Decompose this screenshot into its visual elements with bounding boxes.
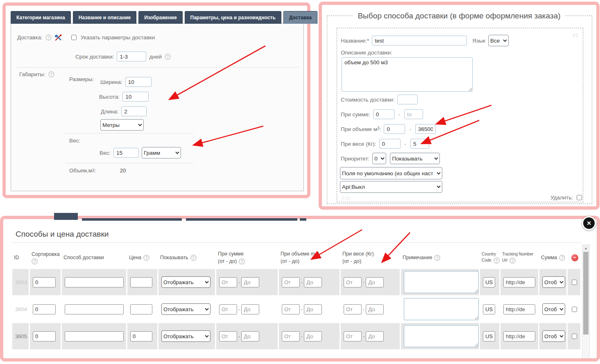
volume-from-input[interactable] — [282, 277, 300, 287]
visibility-select[interactable]: Показывать — [390, 153, 440, 164]
height-input[interactable] — [122, 92, 149, 102]
row-id: 3604 — [15, 306, 27, 312]
scrollbar-thumb[interactable] — [583, 252, 589, 335]
sum-select[interactable]: Отоб — [542, 330, 565, 342]
tab-shop-categories[interactable]: Категории магазина — [11, 11, 71, 24]
show-select[interactable]: Отображать — [161, 276, 211, 288]
weight-from-input[interactable] — [379, 139, 401, 149]
country-input[interactable] — [483, 277, 495, 287]
tab-image[interactable]: Изображение — [138, 11, 182, 24]
weight-input[interactable] — [113, 148, 139, 158]
note-textarea[interactable] — [404, 271, 479, 293]
sum-from-input[interactable] — [373, 109, 394, 119]
country-input[interactable] — [483, 331, 495, 341]
name-input[interactable] — [372, 36, 467, 45]
volume-to-input[interactable] — [415, 124, 436, 134]
specify-delivery-checkbox[interactable] — [71, 35, 77, 40]
sum-to-input[interactable] — [404, 109, 423, 119]
priority-select[interactable]: 0 — [372, 153, 386, 164]
tab-delivery[interactable]: Доставка — [283, 11, 317, 24]
help-icon[interactable]: ? — [45, 34, 52, 41]
sort-input[interactable] — [33, 304, 56, 314]
delete-checkbox[interactable] — [577, 195, 582, 200]
length-input[interactable] — [121, 106, 147, 116]
weight-to-input[interactable] — [366, 304, 384, 314]
help-icon[interactable]: ? — [190, 255, 197, 261]
specify-delivery-label: Указать параметры доставки — [81, 34, 155, 41]
priority-row: Приоритет: 0 Показывать — [341, 153, 440, 164]
weight-unit-select[interactable]: Грамм — [142, 147, 181, 158]
help-icon[interactable]: ? — [559, 255, 565, 261]
weight-from-input[interactable] — [344, 331, 362, 341]
volume-to-input[interactable] — [304, 304, 322, 314]
price-input[interactable] — [130, 277, 152, 287]
sum-to-input[interactable] — [241, 277, 259, 287]
volume-from-input[interactable] — [282, 331, 300, 341]
tracking-url-input[interactable] — [503, 277, 535, 287]
row-checkbox[interactable] — [572, 307, 577, 312]
show-select[interactable]: Отображать — [161, 303, 211, 315]
sum-from-input[interactable] — [219, 277, 237, 287]
method-input[interactable] — [65, 277, 124, 287]
show-select[interactable]: Отображать — [161, 330, 211, 342]
price-input[interactable] — [130, 331, 152, 341]
unit-select[interactable]: Метры — [100, 119, 144, 131]
length-label: Длина: — [101, 109, 118, 115]
note-textarea[interactable] — [404, 298, 479, 320]
remove-rows-icon[interactable]: − — [571, 254, 578, 261]
weight-from-input[interactable] — [344, 304, 362, 314]
sum-to-input[interactable] — [241, 331, 259, 341]
sort-input[interactable] — [33, 277, 56, 287]
delivery-label: Доставка: — [17, 34, 43, 41]
volume-to-input[interactable] — [304, 331, 322, 341]
help-icon[interactable]: ? — [494, 258, 500, 264]
table-row: 3604 Отображать - - - Отоб — [12, 296, 580, 322]
weight-to-input[interactable] — [366, 331, 384, 341]
sum-from-input[interactable] — [219, 304, 237, 314]
help-icon[interactable]: ? — [239, 258, 245, 265]
row-checkbox[interactable] — [572, 280, 577, 285]
sum-to-input[interactable] — [241, 304, 259, 314]
help-icon[interactable]: ? — [32, 258, 38, 265]
weight-from-input[interactable] — [344, 277, 362, 287]
volume-from-input[interactable] — [282, 304, 300, 314]
close-icon[interactable]: ✕ — [582, 216, 596, 230]
method-input[interactable] — [65, 304, 124, 314]
row-checkbox[interactable] — [572, 334, 577, 339]
sum-select[interactable]: Отоб — [542, 303, 565, 315]
help-icon[interactable]: ? — [48, 71, 54, 77]
tab-params-price[interactable]: Параметры, цена и разновидность — [185, 11, 281, 24]
api-select[interactable]: Api:Выкл — [340, 181, 442, 193]
tracking-url-input[interactable] — [503, 304, 535, 314]
delivery-methods-panel: Способы и цена доставки ID Сортировка ? … — [0, 216, 600, 362]
table-scrollbar[interactable]: ▲ — [582, 244, 590, 358]
sum-from-input[interactable] — [219, 331, 237, 341]
dimensions-label: Габариты: — [19, 71, 45, 77]
help-icon[interactable]: ? — [143, 255, 149, 261]
weight-to-input[interactable] — [366, 277, 384, 287]
help-icon[interactable]: ? — [509, 258, 516, 264]
tracking-url-input[interactable] — [503, 331, 535, 341]
description-textarea[interactable]: объем до 500 м3 — [342, 57, 473, 92]
weight-to-input[interactable] — [410, 139, 429, 149]
help-icon[interactable]: ? — [165, 54, 171, 60]
volume-from-input[interactable] — [384, 124, 405, 134]
col-sum-range: При сумме (от - до)? — [216, 246, 278, 269]
help-icon[interactable]: ? — [434, 255, 440, 261]
volume-to-input[interactable] — [304, 277, 322, 287]
scrollbar-up-icon[interactable]: ▲ — [582, 245, 589, 251]
range-dash: - — [403, 141, 408, 147]
tab-name-description[interactable]: Название и описание — [73, 11, 136, 24]
note-textarea[interactable] — [404, 325, 479, 347]
tools-icon[interactable] — [54, 34, 63, 41]
sum-select[interactable]: Отоб — [542, 276, 565, 288]
cost-input[interactable] — [397, 95, 418, 104]
sort-input[interactable] — [33, 331, 56, 341]
price-input[interactable] — [130, 304, 152, 314]
default-fields-select[interactable]: Поля по умолчанию (из общих наст — [340, 167, 442, 179]
country-input[interactable] — [483, 304, 495, 314]
delivery-time-input[interactable] — [117, 52, 146, 61]
width-input[interactable] — [125, 77, 152, 87]
language-select[interactable]: Все — [488, 35, 509, 46]
method-input[interactable] — [65, 331, 124, 341]
